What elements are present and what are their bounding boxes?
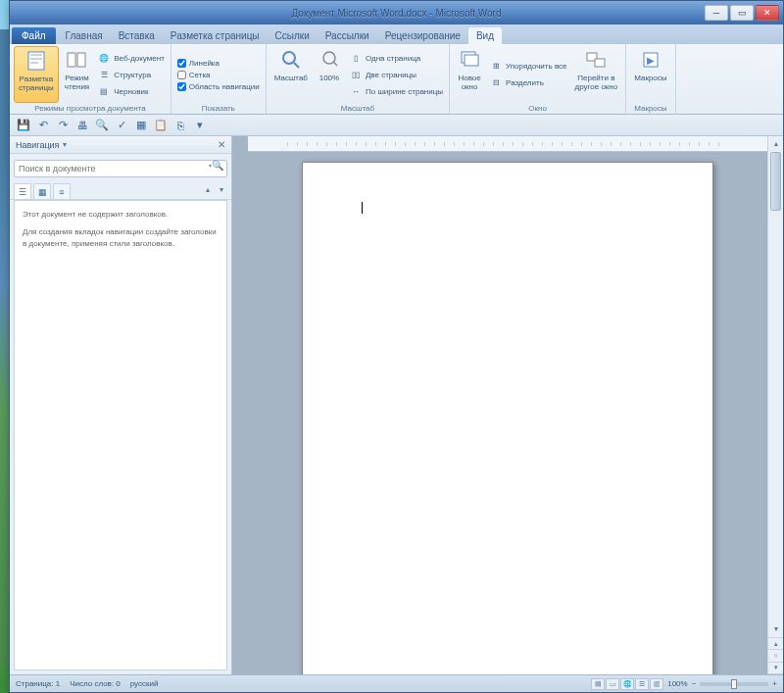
zoom-button[interactable]: Масштаб xyxy=(270,46,312,103)
zoom-slider[interactable] xyxy=(700,682,768,686)
qat-preview-icon[interactable]: 🔍 xyxy=(94,118,110,133)
new-window-icon xyxy=(458,48,481,72)
page-width-button[interactable]: ↔По ширине страницы xyxy=(347,83,445,99)
macros-button[interactable]: ▶ Макросы xyxy=(630,46,670,103)
ruler-checkbox[interactable]: Линейка xyxy=(175,58,262,69)
tab-review[interactable]: Рецензирование xyxy=(377,27,468,44)
nav-next-icon[interactable]: ▾ xyxy=(216,183,227,199)
qat-table-icon[interactable]: ▦ xyxy=(133,118,149,133)
tab-view[interactable]: Вид xyxy=(468,27,502,44)
navigation-pane-header: Навигация ▾ ✕ xyxy=(10,136,231,154)
new-window-button[interactable]: Новое окно xyxy=(454,46,485,103)
document-scroll[interactable] xyxy=(232,152,783,674)
tab-page-layout[interactable]: Разметка страницы xyxy=(163,27,268,44)
qat-save-icon[interactable]: 💾 xyxy=(16,118,31,133)
qat-redo-icon[interactable]: ↷ xyxy=(55,118,71,133)
one-page-button[interactable]: ▯Одна страница xyxy=(347,50,445,66)
document-page[interactable] xyxy=(302,162,713,674)
arrange-all-button[interactable]: ⊞Упорядочить все xyxy=(487,59,568,74)
vertical-scrollbar[interactable]: ▴ ▾ ▴ ○ ▾ xyxy=(767,136,783,674)
view-buttons: ▤ ▭ 🌐 ☰ ▥ xyxy=(591,678,663,690)
draft-button[interactable]: ▤Черновик xyxy=(95,83,167,99)
split-button[interactable]: ⊟Разделить xyxy=(487,75,568,91)
qat-spell-icon[interactable]: ✓ xyxy=(114,118,129,133)
ribbon-group-zoom: Масштаб 100% ▯Одна страница ▯▯Две страни… xyxy=(267,44,450,114)
ribbon-group-views: Разметка страницы Режим чтения 🌐Веб-доку… xyxy=(10,44,172,114)
status-language[interactable]: русский xyxy=(130,679,159,688)
close-button[interactable]: ✕ xyxy=(756,5,779,21)
navigation-pane-close-icon[interactable]: ✕ xyxy=(218,139,225,150)
qat-customize-icon[interactable]: ▾ xyxy=(192,118,208,133)
svg-rect-4 xyxy=(68,53,75,67)
status-words[interactable]: Число слов: 0 xyxy=(70,679,121,688)
qat-paste-icon[interactable]: 📋 xyxy=(153,118,169,133)
workarea: Навигация ▾ ✕ ▾ 🔍 ☰ ▦ ≡ ▴ ▾ Этот докумен… xyxy=(10,136,783,674)
zoom-out-icon[interactable]: − xyxy=(692,679,697,688)
view-draft-icon[interactable]: ▥ xyxy=(650,678,663,690)
document-area: ▴ ▾ ▴ ○ ▾ xyxy=(232,136,783,674)
tab-references[interactable]: Ссылки xyxy=(268,27,318,44)
browse-select-icon[interactable]: ○ xyxy=(768,650,783,662)
quick-access-toolbar: 💾 ↶ ↷ 🖶 🔍 ✓ ▦ 📋 ⎘ ▾ xyxy=(10,115,783,136)
svg-point-6 xyxy=(283,52,295,64)
nav-message-1: Этот документ не содержит заголовков. xyxy=(23,209,219,221)
browse-prev-icon[interactable]: ▴ xyxy=(768,638,783,650)
navigation-pane-checkbox[interactable]: Область навигации xyxy=(175,81,262,92)
horizontal-ruler[interactable] xyxy=(248,136,767,152)
zoom-percent[interactable]: 100% xyxy=(667,679,687,688)
search-icon[interactable]: 🔍 xyxy=(212,160,223,171)
two-pages-button[interactable]: ▯▯Две страницы xyxy=(347,67,445,82)
draft-icon: ▤ xyxy=(97,84,111,98)
reading-mode-button[interactable]: Режим чтения xyxy=(61,46,93,103)
view-outline-icon[interactable]: ☰ xyxy=(635,678,649,690)
zoom-100-label: 100% xyxy=(319,74,339,82)
view-web-icon[interactable]: 🌐 xyxy=(620,678,634,690)
view-reading-icon[interactable]: ▭ xyxy=(606,678,619,690)
object-browse: ▴ ○ ▾ xyxy=(768,637,783,674)
file-tab[interactable]: Файл xyxy=(12,27,56,44)
switch-windows-button[interactable]: Перейти в другое окно xyxy=(571,46,622,103)
browse-next-icon[interactable]: ▾ xyxy=(768,663,783,674)
zoom-label: Масштаб xyxy=(274,74,308,82)
nav-prev-icon[interactable]: ▴ xyxy=(202,183,214,199)
group-zoom-label: Масштаб xyxy=(270,103,445,114)
tab-insert[interactable]: Вставка xyxy=(111,27,163,44)
nav-tab-results[interactable]: ≡ xyxy=(53,183,71,199)
print-layout-button[interactable]: Разметка страницы xyxy=(14,46,59,103)
ribbon-group-macros: ▶ Макросы Макросы xyxy=(626,44,675,114)
scroll-down-icon[interactable]: ▾ xyxy=(768,621,783,635)
status-page[interactable]: Страница: 1 xyxy=(16,679,60,688)
outline-button[interactable]: ☰Структура xyxy=(95,67,167,82)
titlebar: Документ Microsoft Word.docx - Microsoft… xyxy=(10,1,783,25)
navigation-pane-dropdown-icon[interactable]: ▾ xyxy=(63,140,67,149)
nav-tab-pages[interactable]: ▦ xyxy=(33,183,51,199)
qat-copy-icon[interactable]: ⎘ xyxy=(172,118,188,133)
minimize-button[interactable]: ─ xyxy=(705,5,728,21)
scrollbar-thumb[interactable] xyxy=(770,152,781,211)
new-window-label: Новое окно xyxy=(458,74,480,91)
scroll-up-icon[interactable]: ▴ xyxy=(768,136,783,150)
tab-home[interactable]: Главная xyxy=(58,27,111,44)
web-layout-button[interactable]: 🌐Веб-документ xyxy=(95,50,167,66)
qat-print-icon[interactable]: 🖶 xyxy=(74,118,90,133)
macros-icon: ▶ xyxy=(639,48,662,72)
navigation-search-input[interactable] xyxy=(14,160,227,177)
view-print-layout-icon[interactable]: ▤ xyxy=(591,678,605,690)
svg-rect-3 xyxy=(30,62,38,64)
svg-rect-2 xyxy=(30,58,42,60)
ribbon-group-window: Новое окно ⊞Упорядочить все ⊟Разделить П… xyxy=(450,44,626,114)
maximize-button[interactable]: ▭ xyxy=(730,5,754,21)
svg-line-9 xyxy=(333,62,337,66)
nav-tab-headings[interactable]: ☰ xyxy=(14,183,31,199)
zoom-slider-handle[interactable] xyxy=(731,679,737,689)
macros-label: Макросы xyxy=(634,74,666,82)
qat-undo-icon[interactable]: ↶ xyxy=(35,118,51,133)
split-icon: ⊟ xyxy=(489,76,503,90)
tab-mailings[interactable]: Рассылки xyxy=(318,27,377,44)
group-window-label: Окно xyxy=(454,103,621,114)
group-show-label: Показать xyxy=(175,103,262,114)
zoom-in-icon[interactable]: + xyxy=(772,679,777,688)
gridlines-checkbox[interactable]: Сетка xyxy=(175,70,262,80)
zoom-100-button[interactable]: 100% xyxy=(314,46,345,103)
navigation-pane-title: Навигация xyxy=(16,140,59,150)
